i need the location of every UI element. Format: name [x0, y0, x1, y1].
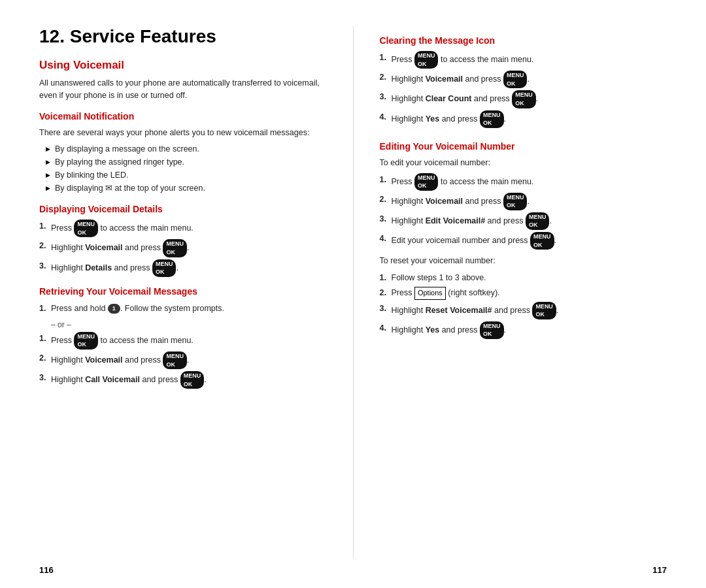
edit-step-4: 4.Edit your voicemail number and press M…: [380, 232, 667, 250]
edit-step-1: 1.Press MENUOK to access the main menu.: [380, 173, 667, 191]
clear-step-2: 2.Highlight Voicemail and press MENUOK.: [380, 71, 667, 88]
ret-step-1: 1.Press and hold 1. Follow the system pr…: [39, 302, 327, 315]
reset-step-2: 2.Press Options (right softkey).: [380, 286, 667, 300]
ret-step-2: 1.Press MENUOK to access the main menu.: [39, 332, 327, 350]
menu-btn-cl1: MENUOK: [414, 51, 439, 69]
menu-btn-ret3: MENUOK: [180, 371, 205, 389]
menu-btn-cl3: MENUOK: [512, 90, 536, 108]
left-column: 12. Service Features Using Voicemail All…: [0, 26, 354, 559]
clear-step-4: 4.Highlight Yes and press MENUOK.: [380, 110, 667, 128]
reset-step-3: 3.Highlight Reset Voicemail# and press M…: [380, 302, 667, 319]
displaying-steps: 1.Press MENUOK to access the main menu. …: [39, 220, 327, 277]
clearing-title: Clearing the Message Icon: [380, 35, 667, 46]
retrieving-section: Retrieving Your Voicemail Messages 1.Pre…: [39, 286, 327, 389]
reset-intro: To reset your voicemail number:: [380, 255, 667, 267]
retrieving-steps-2: 1.Press MENUOK to access the main menu. …: [39, 332, 327, 389]
clearing-steps: 1.Press MENUOK to access the main menu. …: [380, 51, 667, 128]
editing-steps-1: 1.Press MENUOK to access the main menu. …: [380, 173, 667, 250]
menu-btn-ed3: MENUOK: [526, 212, 550, 230]
displaying-voicemail-section: Displaying Voicemail Details 1.Press MEN…: [39, 204, 327, 277]
page-title: 12. Service Features: [39, 26, 327, 47]
edit-step-2: 2.Highlight Voicemail and press MENUOK.: [380, 193, 667, 210]
displaying-voicemail-title: Displaying Voicemail Details: [39, 204, 327, 214]
using-voicemail-title: Using Voicemail: [39, 59, 327, 72]
bullet-3: By blinking the LED.: [46, 169, 327, 182]
notification-body: There are several ways your phone alerts…: [39, 127, 327, 139]
right-page-num: 117: [652, 565, 667, 575]
bullet-1: By displaying a message on the screen.: [46, 142, 327, 155]
menu-btn-rs4: MENUOK: [480, 321, 504, 339]
menu-btn-cl2: MENUOK: [503, 71, 528, 88]
reset-steps: 1.Follow steps 1 to 3 above. 2.Press Opt…: [380, 271, 667, 339]
menu-btn-ed2: MENUOK: [503, 193, 528, 210]
options-btn: Options: [414, 287, 446, 300]
disp-step-1: 1.Press MENUOK to access the main menu.: [39, 220, 327, 237]
one-btn: 1: [108, 304, 120, 314]
menu-btn-rs3: MENUOK: [532, 302, 556, 319]
voicemail-notification-section: Voicemail Notification There are several…: [39, 111, 327, 195]
edit-step-3: 3.Highlight Edit Voicemail# and press ME…: [380, 212, 667, 230]
intro-text: All unanswered calls to your phone are a…: [39, 77, 327, 102]
menu-btn-ed1: MENUOK: [414, 173, 439, 191]
ret-step-3: 2.Highlight Voicemail and press MENUOK.: [39, 351, 327, 369]
menu-btn-ret2: MENUOK: [163, 351, 187, 369]
clearing-section: Clearing the Message Icon 1.Press MENUOK…: [380, 35, 667, 128]
editing-section: Editing Your Voicemail Number To edit yo…: [380, 141, 667, 339]
menu-btn-ed4: MENUOK: [530, 232, 554, 250]
reset-step-1: 1.Follow steps 1 to 3 above.: [380, 271, 667, 284]
footer: 116 117: [0, 559, 706, 588]
retrieving-title: Retrieving Your Voicemail Messages: [39, 286, 327, 297]
menu-btn-ret1: MENUOK: [74, 332, 98, 350]
menu-btn-1: MENUOK: [74, 220, 98, 237]
or-text: – or –: [51, 320, 327, 329]
clear-step-3: 3.Highlight Clear Count and press MENUOK…: [380, 90, 667, 108]
clear-step-1: 1.Press MENUOK to access the main menu.: [380, 51, 667, 69]
bullet-4: By displaying ✉ at the top of your scree…: [46, 182, 327, 195]
retrieving-first-step: 1.Press and hold 1. Follow the system pr…: [39, 302, 327, 315]
menu-btn-cl4: MENUOK: [480, 110, 504, 128]
reset-step-4: 4.Highlight Yes and press MENUOK.: [380, 321, 667, 339]
disp-step-3: 3.Highlight Details and press MENUOK.: [39, 259, 327, 277]
editing-title: Editing Your Voicemail Number: [380, 141, 667, 152]
bullet-2: By playing the assigned ringer type.: [46, 155, 327, 169]
menu-btn-2: MENUOK: [163, 239, 187, 257]
menu-btn-3: MENUOK: [152, 259, 176, 277]
ret-step-4: 3.Highlight Call Voicemail and press MEN…: [39, 371, 327, 389]
right-column: Clearing the Message Icon 1.Press MENUOK…: [354, 26, 707, 559]
voicemail-notification-title: Voicemail Notification: [39, 111, 327, 122]
notification-bullets: By displaying a message on the screen. B…: [39, 142, 327, 195]
left-page-num: 116: [39, 565, 54, 575]
editing-intro: To edit your voicemail number:: [380, 157, 667, 169]
disp-step-2: 2.Highlight Voicemail and press MENUOK.: [39, 239, 327, 257]
